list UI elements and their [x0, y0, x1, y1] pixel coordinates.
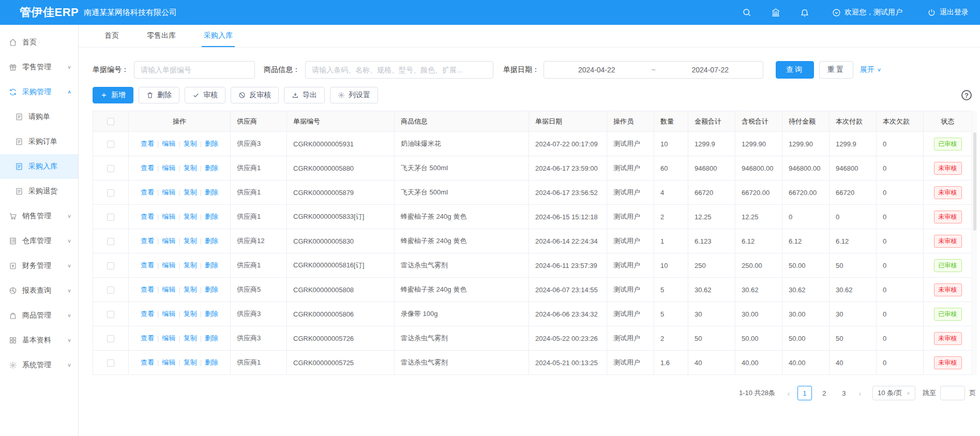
select-all-checkbox[interactable] [107, 118, 114, 125]
page-number-2[interactable]: 2 [817, 386, 832, 400]
row-action-delete[interactable]: 删除 [205, 237, 218, 245]
row-checkbox[interactable] [107, 287, 114, 294]
row-checkbox[interactable] [107, 335, 114, 342]
row-checkbox[interactable] [107, 359, 114, 367]
page-number-1[interactable]: 1 [797, 386, 812, 400]
date-range-picker[interactable]: 2024-04-22 ~ 2024-07-22 [544, 61, 763, 79]
bank-icon[interactable] [771, 8, 780, 17]
row-action-copy[interactable]: 复制 [184, 261, 197, 269]
row-action-delete[interactable]: 删除 [205, 140, 218, 147]
page-number-3[interactable]: 3 [837, 386, 851, 400]
row-action-copy[interactable]: 复制 [184, 164, 197, 172]
user-menu[interactable]: 欢迎您，测试用户 [832, 8, 902, 17]
date-to-value[interactable]: 2024-07-22 [658, 66, 763, 74]
row-action-delete[interactable]: 删除 [205, 285, 218, 293]
page-size-select[interactable]: 10 条/页 ∨ [872, 386, 915, 400]
logout-button[interactable]: 退出登录 [927, 8, 969, 17]
row-action-view[interactable]: 查看 [141, 310, 154, 318]
reset-button[interactable]: 重置 [819, 61, 853, 79]
row-checkbox[interactable] [107, 311, 114, 318]
row-action-edit[interactable]: 编辑 [162, 188, 175, 196]
row-action-view[interactable]: 查看 [141, 213, 154, 220]
prev-page-arrow[interactable]: ‹ [782, 389, 795, 398]
row-action-edit[interactable]: 编辑 [162, 310, 175, 318]
row-checkbox[interactable] [107, 238, 114, 245]
row-action-copy[interactable]: 复制 [184, 334, 197, 342]
sidebar-item-purchase-order[interactable]: 采购订单 [0, 129, 78, 154]
row-action-delete[interactable]: 删除 [205, 164, 218, 172]
date-from-value[interactable]: 2024-04-22 [544, 66, 649, 74]
row-action-delete[interactable]: 删除 [205, 310, 218, 318]
row-checkbox[interactable] [107, 214, 114, 221]
sidebar-item-retail-mgmt[interactable]: 零售管理 ∨ [0, 55, 78, 80]
sidebar-item-purchase-inbound[interactable]: 采购入库 [0, 154, 78, 179]
sidebar-item-purchase-return[interactable]: 采购退货 [0, 179, 78, 204]
row-checkbox[interactable] [107, 262, 114, 269]
sidebar-item-sales-mgmt[interactable]: 销售管理 ∨ [0, 204, 78, 229]
help-icon[interactable]: ? [961, 90, 972, 100]
row-action-view[interactable]: 查看 [141, 237, 154, 245]
row-action-edit[interactable]: 编辑 [162, 213, 175, 220]
audit-button[interactable]: 审核 [185, 87, 225, 103]
row-action-delete[interactable]: 删除 [205, 358, 218, 366]
row-action-copy[interactable]: 复制 [184, 237, 197, 245]
row-action-edit[interactable]: 编辑 [162, 140, 175, 147]
row-action-delete[interactable]: 删除 [205, 261, 218, 269]
row-action-view[interactable]: 查看 [141, 188, 154, 196]
jump-page-input[interactable] [940, 386, 965, 400]
row-action-view[interactable]: 查看 [141, 140, 154, 147]
column-settings-button[interactable]: 列设置 [330, 87, 378, 103]
search-button[interactable]: 查询 [776, 61, 814, 79]
tab-purchase-inbound[interactable]: 采购入库 [202, 25, 235, 47]
unaudit-button[interactable]: 反审核 [231, 87, 279, 103]
row-checkbox[interactable] [107, 141, 114, 148]
row-action-view[interactable]: 查看 [141, 285, 154, 293]
row-action-copy[interactable]: 复制 [184, 285, 197, 293]
sidebar-item-warehouse-mgmt[interactable]: 仓库管理 ∨ [0, 229, 78, 253]
row-action-view[interactable]: 查看 [141, 164, 154, 172]
row-action-view[interactable]: 查看 [141, 261, 154, 269]
cell-payable: 40.00 [782, 351, 830, 375]
row-action-edit[interactable]: 编辑 [162, 164, 175, 172]
add-button[interactable]: 新增 [93, 87, 133, 103]
row-action-delete[interactable]: 删除 [205, 213, 218, 220]
row-action-edit[interactable]: 编辑 [162, 261, 175, 269]
row-action-edit[interactable]: 编辑 [162, 358, 175, 366]
row-checkbox[interactable] [107, 165, 114, 172]
bell-icon[interactable] [800, 8, 809, 17]
row-action-view[interactable]: 查看 [141, 334, 154, 342]
row-action-copy[interactable]: 复制 [184, 358, 197, 366]
row-checkbox[interactable] [107, 189, 114, 197]
row-action-edit[interactable]: 编辑 [162, 285, 175, 293]
chevron-down-icon: ∨ [67, 213, 71, 219]
row-action-copy[interactable]: 复制 [184, 188, 197, 196]
cell-owed: 0 [877, 302, 924, 326]
sidebar-item-system-mgmt[interactable]: 系统管理 ∨ [0, 353, 78, 378]
sidebar-item-basic-data[interactable]: 基本资料 ∨ [0, 328, 78, 353]
row-action-edit[interactable]: 编辑 [162, 237, 175, 245]
export-button[interactable]: 导出 [284, 87, 325, 103]
row-action-copy[interactable]: 复制 [184, 213, 197, 220]
sidebar-item-finance-mgmt[interactable]: 财务管理 ∨ [0, 253, 78, 278]
sidebar-item-purchase-request[interactable]: 请购单 [0, 104, 78, 129]
search-icon[interactable] [742, 8, 751, 17]
sidebar-item-report-query[interactable]: 报表查询 ∨ [0, 278, 78, 303]
expand-link[interactable]: 展开 ∨ [860, 65, 881, 74]
tab-retail-outbound[interactable]: 零售出库 [145, 25, 178, 47]
next-page-arrow[interactable]: › [854, 389, 866, 398]
tab-home[interactable]: 首页 [102, 25, 121, 47]
row-action-delete[interactable]: 删除 [205, 188, 218, 196]
delete-button[interactable]: 删除 [139, 87, 179, 103]
row-action-delete[interactable]: 删除 [205, 334, 218, 342]
row-action-copy[interactable]: 复制 [184, 140, 197, 147]
sidebar-item-purchase-mgmt[interactable]: 采购管理 ∧ [0, 80, 78, 104]
sidebar-item-product-mgmt[interactable]: 商品管理 ∨ [0, 303, 78, 328]
doc-no-input[interactable] [134, 61, 255, 79]
row-action-edit[interactable]: 编辑 [162, 334, 175, 342]
vertical-scrollbar[interactable] [973, 111, 977, 374]
row-action-copy[interactable]: 复制 [184, 310, 197, 318]
sidebar-item-home[interactable]: 首页 [0, 30, 78, 55]
scrollbar-thumb[interactable] [973, 132, 976, 231]
product-info-input[interactable] [305, 61, 493, 79]
row-action-view[interactable]: 查看 [141, 358, 154, 366]
